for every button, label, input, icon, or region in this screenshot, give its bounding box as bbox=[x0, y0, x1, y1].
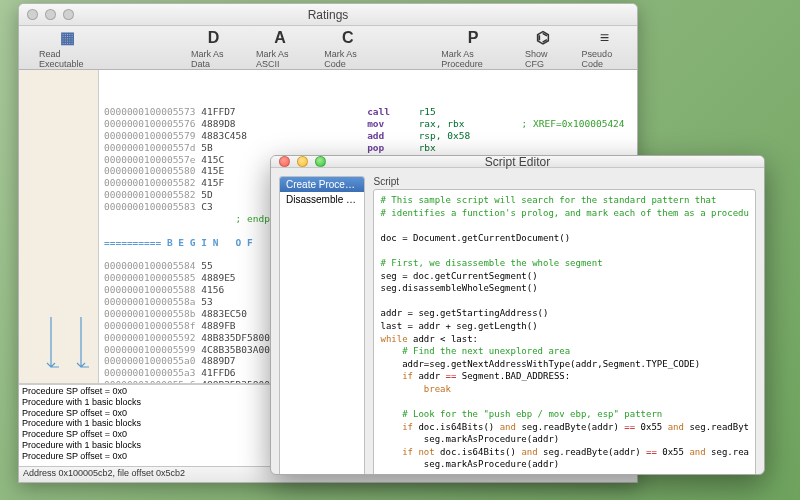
code-icon: ≡ bbox=[600, 27, 609, 49]
zoom-icon[interactable] bbox=[63, 9, 74, 20]
letter-p-icon: P bbox=[468, 27, 479, 49]
script-list-item[interactable]: Create Procedures bbox=[280, 177, 364, 192]
pseudo-code-button[interactable]: ≡ Pseudo Code bbox=[572, 25, 637, 71]
graph-icon: ⌬ bbox=[536, 27, 550, 49]
minimize-icon[interactable] bbox=[297, 156, 308, 167]
zoom-icon[interactable] bbox=[315, 156, 326, 167]
toolbar-label: Mark As ASCII bbox=[256, 49, 304, 69]
toolbar-label: Pseudo Code bbox=[582, 49, 627, 69]
close-icon[interactable] bbox=[27, 9, 38, 20]
letter-c-icon: C bbox=[342, 27, 354, 49]
script-list-item[interactable]: Disassemble Instru... bbox=[280, 192, 364, 207]
close-icon[interactable] bbox=[279, 156, 290, 167]
mark-as-ascii-button[interactable]: A Mark As ASCII bbox=[246, 25, 314, 71]
script-titlebar: Script Editor bbox=[271, 156, 764, 168]
toolbar-label: Read Executable bbox=[39, 49, 96, 69]
document-icon: ▦ bbox=[60, 27, 75, 49]
toolbar-label: Show CFG bbox=[525, 49, 562, 69]
toolbar-label: Mark As Procedure bbox=[441, 49, 505, 69]
letter-a-icon: A bbox=[274, 27, 286, 49]
main-toolbar: ▦ Read Executable D Mark As Data A Mark … bbox=[19, 26, 637, 70]
letter-d-icon: D bbox=[208, 27, 220, 49]
mark-as-code-button[interactable]: C Mark As Code bbox=[314, 25, 381, 71]
mark-as-data-button[interactable]: D Mark As Data bbox=[181, 25, 246, 71]
script-editor-window: Script Editor Create Procedures Disassem… bbox=[270, 155, 765, 475]
mark-as-procedure-button[interactable]: P Mark As Procedure bbox=[431, 25, 515, 71]
read-executable-button[interactable]: ▦ Read Executable bbox=[29, 25, 106, 71]
script-code-editor[interactable]: # This sample script will search for the… bbox=[373, 189, 756, 475]
script-title: Script Editor bbox=[485, 155, 550, 169]
minimize-icon[interactable] bbox=[45, 9, 56, 20]
main-title: Ratings bbox=[308, 8, 349, 22]
script-list[interactable]: Create Procedures Disassemble Instru... bbox=[279, 176, 365, 475]
main-titlebar: Ratings bbox=[19, 4, 637, 26]
status-text: Address 0x100005cb2, file offset 0x5cb2 bbox=[23, 468, 185, 478]
branch-arrow-icon bbox=[41, 317, 91, 377]
toolbar-label: Mark As Data bbox=[191, 49, 236, 69]
script-label: Script bbox=[373, 176, 756, 187]
show-cfg-button[interactable]: ⌬ Show CFG bbox=[515, 25, 572, 71]
toolbar-label: Mark As Code bbox=[324, 49, 371, 69]
